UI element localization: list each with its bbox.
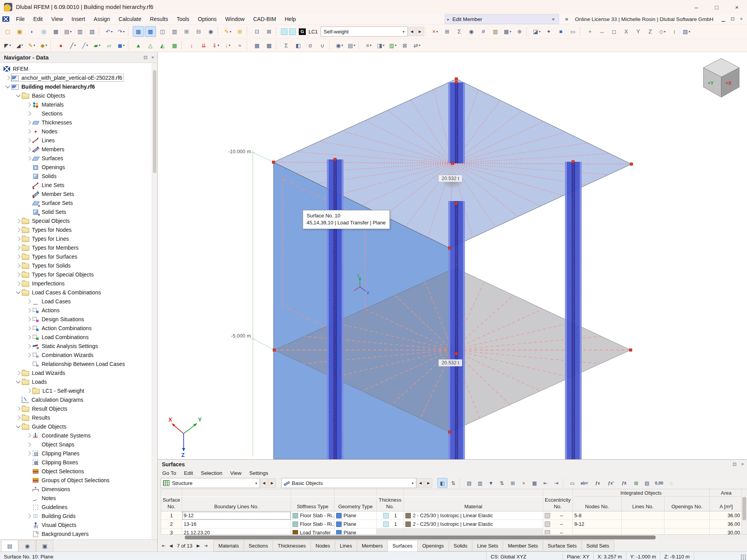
dlubal-cloud-icon[interactable]: ◗ [26, 26, 37, 37]
tree-expander[interactable] [26, 139, 32, 142]
user-defined-views-icon[interactable]: ▤▾ [346, 40, 357, 51]
new-node-icon[interactable]: ● [55, 40, 67, 51]
tree-item-guidelines[interactable]: Guidelines [0, 502, 157, 511]
tree-item-relationship-between-load-cases[interactable]: Relationship Between Load Cases [0, 359, 157, 368]
tree-expander[interactable] [26, 157, 32, 160]
mesh-refinement-icon[interactable]: ▦ [169, 40, 180, 51]
select-all-rows-icon[interactable]: ▭ [567, 478, 577, 488]
menu-edit[interactable]: Edit [29, 14, 47, 24]
tree-expander[interactable] [5, 86, 11, 88]
last-table-button[interactable]: ⇥ [202, 543, 209, 548]
view-prev-button[interactable]: ◀ [260, 478, 268, 488]
imperfections-icon[interactable]: ≈ [234, 40, 245, 51]
new-surface-icon[interactable]: ▰▾ [91, 40, 103, 51]
menu-cad-bim[interactable]: CAD-BIM [249, 14, 281, 24]
surfaces-menu-go-to[interactable]: Go To [158, 470, 180, 476]
tree-item-anchor-with-plate-vertical-oe-250228-rf6[interactable]: anchor_with_plate_vertical-oE-250228.rf6 [0, 73, 157, 82]
render-mode-icon[interactable]: ◉ [205, 26, 216, 37]
tree-expander[interactable] [26, 309, 32, 312]
node-marker[interactable] [273, 349, 276, 352]
show-results-icon[interactable]: ◧ [293, 40, 304, 51]
table-tab-surface-sets[interactable]: Surface Sets [543, 540, 582, 551]
table-tab-nodes[interactable]: Nodes [310, 540, 335, 551]
menu-file[interactable]: File [12, 14, 29, 24]
insert-row-icon[interactable]: ⊞ [508, 478, 518, 488]
tree-expander[interactable] [26, 318, 32, 321]
tree-item-notes[interactable]: Notes [0, 494, 157, 502]
tree-item-static-analysis-settings[interactable]: Static Analysis Settings [0, 341, 157, 350]
tree-item-building-grids[interactable]: Building Grids [0, 511, 157, 520]
cell-lines-no[interactable] [622, 511, 665, 520]
tree-item-surface-sets[interactable]: Surface Sets [0, 198, 157, 207]
check-model-icon[interactable]: ◉ [466, 26, 477, 37]
table-tab-thicknesses[interactable]: Thicknesses [273, 540, 311, 551]
spreadsheet-view-icon[interactable]: ▩ [145, 26, 156, 37]
new-line-load-icon[interactable]: ⇊ [198, 40, 209, 51]
tree-item-load-cases[interactable]: Load Cases [0, 297, 157, 306]
cell-openings-no[interactable] [665, 520, 710, 528]
tree-item-design-situations[interactable]: Design Situations [0, 315, 157, 324]
tree-expander[interactable] [15, 237, 21, 240]
result-tables-icon[interactable]: ▥ [169, 26, 180, 37]
calculate-icon[interactable]: ⊞ [442, 26, 453, 37]
node-marker[interactable] [455, 78, 458, 80]
tree-expander[interactable] [26, 148, 32, 151]
table-tab-member-sets[interactable]: Member Sets [503, 540, 543, 551]
close-button[interactable]: × [727, 0, 747, 14]
cell-surface-no[interactable]: 1 [161, 511, 182, 520]
cell-nodes-no[interactable]: 5-8 [573, 511, 622, 520]
delete-results-icon[interactable]: ×▾ [430, 26, 441, 37]
surfaces-menu-settings[interactable]: Settings [245, 470, 272, 476]
tree-item-building-model-hierarchy-rf6[interactable]: Building model hierarchy.rf6 [0, 82, 157, 91]
menu-window[interactable]: Window [221, 14, 249, 24]
cell-stiffness-type[interactable]: Load Transfer [291, 528, 335, 535]
cell-geometry-type[interactable]: Plane [335, 528, 377, 535]
view-in-y-icon[interactable]: Y [633, 26, 644, 37]
tree-item-lines[interactable]: Lines [0, 136, 157, 145]
tree-expander[interactable] [26, 443, 32, 446]
tree-item-thicknesses[interactable]: Thicknesses [0, 118, 157, 127]
previous-view-icon[interactable]: ↕ [669, 26, 680, 37]
undo-icon[interactable]: ↶▾ [103, 26, 115, 37]
cell-thickness-no[interactable]: 1 [377, 520, 404, 528]
cell-boundary-lines[interactable]: 21,12,23,20 [182, 528, 291, 535]
table-edit-icon[interactable]: ▤ [464, 478, 474, 488]
table-tab-line-sets[interactable]: Line Sets [472, 540, 503, 551]
table-tab-sections[interactable]: Sections [244, 540, 273, 551]
object-snap-icon[interactable]: ◆▾ [38, 40, 49, 51]
toolbar-float-icon[interactable]: ⊡ [728, 16, 737, 22]
tree-item-special-objects[interactable]: Special Objects [0, 216, 157, 225]
tree-item-calculation-diagrams[interactable]: Calculation Diagrams [0, 395, 157, 404]
model-3d-scene[interactable]: X Y Z y z +Y +X [158, 52, 747, 459]
tree-expander[interactable] [15, 371, 21, 374]
tree-item-load-combinations[interactable]: Load Combinations [0, 332, 157, 341]
first-table-button[interactable]: ⇤ [160, 543, 167, 548]
cell-eccentricity-no[interactable]: -- [543, 528, 573, 535]
tree-expander[interactable] [15, 264, 21, 267]
export-excel-icon[interactable]: ⊞ [631, 478, 641, 488]
drag-grip-icon[interactable]: ▸ [447, 17, 449, 21]
cell-surface-no[interactable]: 2 [161, 520, 182, 528]
status-work-plane[interactable]: Plane: XY [563, 552, 594, 560]
visibility-modes-icon[interactable]: ◉▾ [334, 40, 345, 51]
menu-results[interactable]: Results [146, 14, 172, 24]
sort-rows-icon[interactable]: ⇅ [497, 478, 507, 488]
cell-nodes-no[interactable] [573, 528, 622, 535]
add-object-icon[interactable]: ⊞ [234, 26, 245, 37]
menu-tools[interactable]: Tools [172, 14, 194, 24]
cell-material[interactable]: 2 - C25/30 | Isotropic | Linear Elastic [404, 511, 543, 520]
node-marker[interactable] [451, 162, 454, 165]
tree-expander[interactable] [15, 94, 21, 96]
cell-area[interactable]: 30.00 [710, 528, 743, 535]
calculation-settings-icon[interactable]: Σ [281, 40, 292, 51]
tree-item-clipping-planes[interactable]: Clipping Planes [0, 449, 157, 458]
tree-expander[interactable] [15, 246, 21, 249]
tree-item-loads[interactable]: Loads [0, 377, 157, 386]
tree-expander[interactable] [26, 336, 32, 339]
tree-item-solid-sets[interactable]: Solid Sets [0, 207, 157, 216]
view-type-combo[interactable]: Structure ▾ [161, 478, 260, 488]
tree-item-materials[interactable]: Materials [0, 100, 157, 109]
toolbar-minimize-icon[interactable]: ▁ [719, 16, 728, 22]
cell-area[interactable]: 36.00 [710, 520, 743, 528]
category-next-button[interactable]: ▶ [425, 478, 432, 488]
